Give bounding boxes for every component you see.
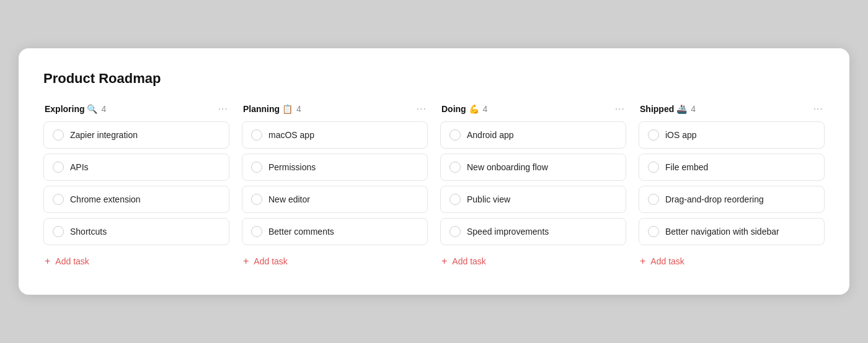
column-title-doing: Doing 💪 <box>441 104 479 114</box>
column-header-exploring: Exploring 🔍4··· <box>43 104 229 114</box>
column-exploring: Exploring 🔍4···Zapier integrationAPIsChr… <box>43 104 229 270</box>
add-task-label: Add task <box>452 256 485 266</box>
column-menu-shipped[interactable]: ··· <box>813 104 823 114</box>
column-title-group-doing: Doing 💪4 <box>441 104 487 114</box>
task-card[interactable]: Chrome extension <box>43 186 229 213</box>
task-card[interactable]: Speed improvements <box>440 218 626 245</box>
task-checkbox[interactable] <box>450 194 461 205</box>
task-checkbox[interactable] <box>450 162 461 173</box>
task-list-exploring: Zapier integrationAPIsChrome extensionSh… <box>43 121 229 245</box>
add-task-button-planning[interactable]: +Add task <box>242 253 289 270</box>
task-label: Speed improvements <box>467 227 549 237</box>
column-title-shipped: Shipped 🚢 <box>640 104 687 114</box>
add-task-button-exploring[interactable]: +Add task <box>43 253 91 270</box>
column-planning: Planning 📋4···macOS appPermissionsNew ed… <box>242 104 428 270</box>
task-label: Public view <box>467 194 510 204</box>
column-count-doing: 4 <box>483 104 488 114</box>
columns-container: Exploring 🔍4···Zapier integrationAPIsChr… <box>43 104 825 270</box>
task-label: Zapier integration <box>70 130 138 140</box>
column-count-exploring: 4 <box>101 104 106 114</box>
add-task-label: Add task <box>650 256 684 266</box>
task-card[interactable]: New onboarding flow <box>440 154 626 181</box>
column-title-group-exploring: Exploring 🔍4 <box>45 104 106 114</box>
task-card[interactable]: Zapier integration <box>43 121 229 149</box>
task-label: Better comments <box>268 227 334 237</box>
task-card[interactable]: Drag-and-drop reordering <box>639 186 825 213</box>
task-label: APIs <box>70 162 89 172</box>
task-card[interactable]: Public view <box>440 186 626 213</box>
task-label: Chrome extension <box>70 194 141 204</box>
task-checkbox[interactable] <box>450 226 461 237</box>
task-label: Drag-and-drop reordering <box>665 194 764 204</box>
column-doing: Doing 💪4···Android appNew onboarding flo… <box>440 104 626 270</box>
task-label: Better navigation with sidebar <box>665 227 779 237</box>
plus-icon: + <box>243 256 249 266</box>
task-checkbox[interactable] <box>251 194 262 205</box>
board-title: Product Roadmap <box>43 71 825 87</box>
task-card[interactable]: macOS app <box>242 121 428 149</box>
column-header-shipped: Shipped 🚢4··· <box>639 104 825 114</box>
task-card[interactable]: New editor <box>242 186 428 213</box>
column-header-doing: Doing 💪4··· <box>440 104 626 114</box>
column-menu-planning[interactable]: ··· <box>417 104 427 114</box>
task-label: iOS app <box>665 130 697 140</box>
column-menu-exploring[interactable]: ··· <box>218 104 228 114</box>
task-checkbox[interactable] <box>450 129 461 141</box>
task-card[interactable]: iOS app <box>639 121 825 149</box>
task-label: Android app <box>467 130 514 140</box>
column-count-planning: 4 <box>296 104 301 114</box>
task-list-doing: Android appNew onboarding flowPublic vie… <box>440 121 626 245</box>
add-task-label: Add task <box>254 256 287 266</box>
plus-icon: + <box>441 256 447 266</box>
task-label: macOS app <box>268 130 314 140</box>
task-checkbox[interactable] <box>53 194 64 205</box>
column-count-shipped: 4 <box>691 104 696 114</box>
task-checkbox[interactable] <box>648 162 659 173</box>
task-checkbox[interactable] <box>53 129 64 141</box>
task-checkbox[interactable] <box>648 194 659 205</box>
column-title-group-shipped: Shipped 🚢4 <box>640 104 696 114</box>
plus-icon: + <box>640 256 645 266</box>
task-label: New editor <box>268 194 310 204</box>
column-title-group-planning: Planning 📋4 <box>243 104 301 114</box>
column-menu-doing[interactable]: ··· <box>615 104 625 114</box>
add-task-button-shipped[interactable]: +Add task <box>639 253 686 270</box>
task-checkbox[interactable] <box>53 226 64 237</box>
task-checkbox[interactable] <box>251 162 262 173</box>
task-card[interactable]: Android app <box>440 121 626 149</box>
task-label: Permissions <box>268 162 316 172</box>
task-list-shipped: iOS appFile embedDrag-and-drop reorderin… <box>639 121 825 245</box>
plus-icon: + <box>45 256 50 266</box>
column-title-planning: Planning 📋 <box>243 104 293 114</box>
column-title-exploring: Exploring 🔍 <box>45 104 97 114</box>
task-card[interactable]: Shortcuts <box>43 218 229 245</box>
board-container: Product Roadmap Exploring 🔍4···Zapier in… <box>19 48 849 295</box>
task-checkbox[interactable] <box>53 162 64 173</box>
task-card[interactable]: File embed <box>639 154 825 181</box>
task-card[interactable]: Permissions <box>242 154 428 181</box>
task-card[interactable]: APIs <box>43 154 229 181</box>
task-card[interactable]: Better comments <box>242 218 428 245</box>
task-label: File embed <box>665 162 708 172</box>
column-header-planning: Planning 📋4··· <box>242 104 428 114</box>
task-checkbox[interactable] <box>251 129 262 141</box>
task-card[interactable]: Better navigation with sidebar <box>639 218 825 245</box>
column-shipped: Shipped 🚢4···iOS appFile embedDrag-and-d… <box>639 104 825 270</box>
task-checkbox[interactable] <box>251 226 262 237</box>
task-list-planning: macOS appPermissionsNew editorBetter com… <box>242 121 428 245</box>
task-checkbox[interactable] <box>648 129 659 141</box>
task-label: Shortcuts <box>70 227 107 237</box>
task-checkbox[interactable] <box>648 226 659 237</box>
task-label: New onboarding flow <box>467 162 548 172</box>
add-task-label: Add task <box>55 256 89 266</box>
add-task-button-doing[interactable]: +Add task <box>440 253 487 270</box>
